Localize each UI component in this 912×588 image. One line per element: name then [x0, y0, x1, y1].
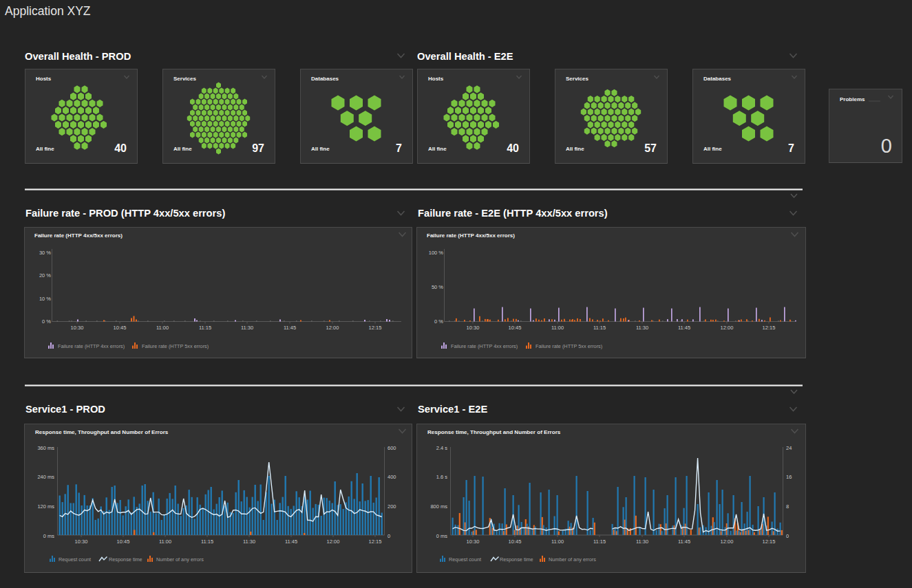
svg-text:11:45: 11:45	[284, 325, 296, 331]
svg-text:Service1 - E2E: Service1 - E2E	[418, 404, 487, 415]
svg-text:240 ms: 240 ms	[37, 474, 54, 480]
svg-text:Databases: Databases	[703, 76, 732, 82]
svg-text:0: 0	[388, 533, 390, 539]
svg-text:10:45: 10:45	[117, 538, 130, 545]
svg-text:2.4 s: 2.4 s	[436, 445, 448, 451]
svg-text:12:15: 12:15	[763, 538, 776, 545]
svg-text:11:15: 11:15	[593, 325, 606, 331]
svg-text:Number of any errors: Number of any errors	[549, 556, 596, 563]
svg-text:Failure rate (HTTP 4xx/5xx err: Failure rate (HTTP 4xx/5xx errors)	[427, 232, 515, 239]
svg-text:Response time, Throughput and: Response time, Throughput and Number of …	[427, 429, 561, 435]
svg-text:All fine: All fine	[36, 146, 54, 152]
svg-text:120 ms: 120 ms	[37, 503, 54, 510]
svg-text:360 ms: 360 ms	[37, 445, 54, 451]
svg-text:800 ms: 800 ms	[430, 503, 447, 510]
svg-text:Request count: Request count	[59, 556, 91, 563]
svg-text:Hosts: Hosts	[428, 76, 444, 82]
svg-text:0 ms: 0 ms	[436, 533, 448, 539]
svg-text:Failure rate (HTTP 4xx errors): Failure rate (HTTP 4xx errors)	[58, 343, 125, 349]
svg-text:12:15: 12:15	[369, 325, 382, 331]
svg-text:All fine: All fine	[311, 146, 330, 152]
svg-text:10:30: 10:30	[71, 325, 84, 331]
svg-text:57: 57	[644, 142, 657, 154]
svg-text:All fine: All fine	[703, 146, 722, 152]
svg-text:8: 8	[786, 503, 789, 510]
svg-text:Databases: Databases	[311, 76, 339, 82]
svg-text:30 %: 30 %	[39, 250, 51, 256]
svg-text:12:00: 12:00	[326, 325, 339, 331]
svg-text:11:30: 11:30	[241, 325, 253, 331]
svg-text:0 %: 0 %	[434, 318, 443, 325]
svg-text:Failure rate - E2E (HTTP 4xx/5: Failure rate - E2E (HTTP 4xx/5xx errors)	[418, 208, 608, 219]
svg-text:12:00: 12:00	[327, 538, 340, 545]
svg-text:11:30: 11:30	[636, 325, 648, 331]
svg-text:10:30: 10:30	[467, 538, 480, 545]
svg-text:16: 16	[786, 474, 792, 480]
svg-text:All fine: All fine	[173, 146, 192, 152]
svg-text:11:15: 11:15	[593, 538, 606, 545]
svg-text:Hosts: Hosts	[36, 76, 52, 82]
svg-text:Failure rate (HTTP 5xx errors): Failure rate (HTTP 5xx errors)	[142, 343, 209, 349]
svg-text:600: 600	[388, 445, 396, 451]
svg-text:11:00: 11:00	[159, 538, 171, 545]
svg-text:Number of any errors: Number of any errors	[156, 556, 204, 563]
svg-text:100 %: 100 %	[429, 250, 444, 256]
svg-text:10:45: 10:45	[509, 538, 522, 545]
svg-text:Service1 - PROD: Service1 - PROD	[25, 404, 105, 415]
svg-text:Failure rate - PROD (HTTP 4xx/: Failure rate - PROD (HTTP 4xx/5xx errors…	[25, 208, 225, 219]
svg-text:10:45: 10:45	[114, 325, 127, 331]
svg-text:11:45: 11:45	[678, 325, 690, 331]
svg-text:Failure rate (HTTP 4xx/5xx err: Failure rate (HTTP 4xx/5xx errors)	[34, 232, 123, 239]
svg-text:11:00: 11:00	[551, 538, 564, 545]
svg-text:50 %: 50 %	[432, 284, 443, 290]
svg-text:Response time: Response time	[500, 556, 533, 563]
svg-text:400: 400	[388, 474, 396, 480]
svg-text:10 %: 10 %	[39, 296, 51, 302]
svg-text:Application XYZ: Application XYZ	[5, 4, 91, 18]
svg-text:Overall Health - PROD: Overall Health - PROD	[25, 51, 131, 62]
svg-text:0 %: 0 %	[42, 318, 51, 325]
svg-text:12:15: 12:15	[763, 325, 776, 331]
svg-text:97: 97	[252, 142, 264, 154]
svg-text:40: 40	[114, 142, 127, 154]
svg-text:11:15: 11:15	[201, 538, 213, 545]
svg-text:10:30: 10:30	[467, 325, 480, 331]
svg-text:Request count: Request count	[449, 556, 481, 563]
svg-text:All fine: All fine	[566, 146, 584, 152]
svg-text:All fine: All fine	[428, 146, 447, 152]
svg-text:Failure rate (HTTP 4xx errors): Failure rate (HTTP 4xx errors)	[451, 343, 518, 349]
svg-text:20 %: 20 %	[39, 272, 51, 279]
svg-text:40: 40	[507, 142, 519, 154]
svg-text:11:30: 11:30	[243, 538, 255, 545]
svg-text:10:30: 10:30	[75, 538, 88, 545]
svg-text:Services: Services	[566, 76, 588, 82]
svg-text:Overall Health - E2E: Overall Health - E2E	[417, 51, 513, 62]
svg-text:1.6 s: 1.6 s	[436, 474, 448, 480]
svg-text:11:45: 11:45	[678, 538, 690, 545]
svg-text:11:45: 11:45	[285, 538, 297, 545]
svg-text:24: 24	[786, 445, 792, 451]
svg-text:0: 0	[786, 533, 789, 539]
svg-text:11:00: 11:00	[156, 325, 169, 331]
svg-text:Services: Services	[173, 76, 196, 82]
svg-text:Response time: Response time	[109, 556, 142, 563]
svg-text:7: 7	[396, 142, 402, 154]
svg-text:0 ms: 0 ms	[43, 533, 55, 539]
svg-text:10:45: 10:45	[509, 325, 522, 331]
svg-text:11:30: 11:30	[636, 538, 648, 545]
svg-text:Response time, Throughput and: Response time, Throughput and Number of …	[35, 429, 169, 435]
svg-text:11:00: 11:00	[551, 325, 564, 331]
svg-text:Problems: Problems	[840, 96, 865, 102]
svg-text:7: 7	[788, 142, 794, 154]
svg-text:0: 0	[881, 135, 892, 157]
svg-text:12:00: 12:00	[721, 325, 734, 331]
svg-text:200: 200	[388, 503, 396, 510]
svg-text:12:15: 12:15	[369, 538, 382, 545]
svg-text:12:00: 12:00	[721, 538, 734, 545]
svg-text:Failure rate (HTTP 5xx errors): Failure rate (HTTP 5xx errors)	[535, 343, 602, 349]
svg-text:11:15: 11:15	[199, 325, 211, 331]
